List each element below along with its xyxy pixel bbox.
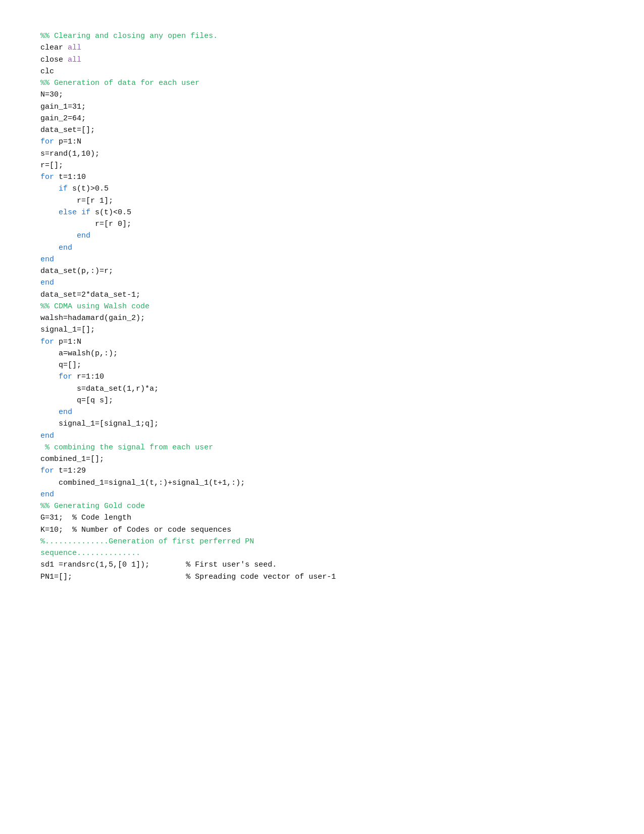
code-line: s=data_set(1,r)*a;: [40, 383, 604, 395]
code-line: q=[];: [40, 359, 604, 371]
code-line: end: [40, 430, 604, 442]
code-line: end: [40, 406, 604, 418]
code-line: clear all: [40, 42, 604, 54]
code-line: end: [40, 242, 604, 254]
code-editor: %% Clearing and closing any open files.c…: [40, 30, 604, 583]
code-line: close all: [40, 54, 604, 66]
code-line: sd1 =randsrc(1,5,[0 1]); % First user's …: [40, 559, 604, 571]
code-line: r=[];: [40, 160, 604, 171]
code-line: G=31; % Code length: [40, 512, 604, 524]
code-line: combined_1=signal_1(t,:)+signal_1(t+1,:)…: [40, 477, 604, 489]
code-line: data_set=2*data_set-1;: [40, 289, 604, 301]
code-line: data_set(p,:)=r;: [40, 265, 604, 277]
code-line: if s(t)>0.5: [40, 183, 604, 195]
code-line: %% Clearing and closing any open files.: [40, 30, 604, 42]
code-line: %% Generating Gold code: [40, 500, 604, 512]
code-line: walsh=hadamard(gain_2);: [40, 312, 604, 324]
code-line: r=[r 0];: [40, 218, 604, 230]
code-line: for r=1:10: [40, 371, 604, 383]
code-line: end: [40, 254, 604, 265]
code-line: else if s(t)<0.5: [40, 207, 604, 218]
code-line: s=rand(1,10);: [40, 148, 604, 160]
code-line: clc: [40, 66, 604, 77]
code-line: q=[q s];: [40, 395, 604, 406]
code-line: for p=1:N: [40, 136, 604, 148]
code-line: sequence..............: [40, 547, 604, 559]
code-line: %% Generation of data for each user: [40, 77, 604, 89]
code-line: %..............Generation of first perfe…: [40, 536, 604, 547]
code-line: %% CDMA using Walsh code: [40, 301, 604, 312]
code-line: for p=1:N: [40, 336, 604, 348]
code-line: r=[r 1];: [40, 195, 604, 207]
code-line: data_set=[];: [40, 124, 604, 136]
code-line: a=walsh(p,:);: [40, 348, 604, 359]
code-line: gain_1=31;: [40, 101, 604, 113]
code-line: % combining the signal from each user: [40, 442, 604, 453]
code-line: gain_2=64;: [40, 113, 604, 124]
code-line: for t=1:29: [40, 465, 604, 477]
code-line: signal_1=[];: [40, 324, 604, 336]
code-line: signal_1=[signal_1;q];: [40, 418, 604, 430]
code-line: K=10; % Number of Codes or code sequence…: [40, 524, 604, 536]
code-line: for t=1:10: [40, 171, 604, 183]
code-line: end: [40, 230, 604, 242]
code-line: end: [40, 277, 604, 289]
code-line: N=30;: [40, 89, 604, 101]
code-line: PN1=[]; % Spreading code vector of user-…: [40, 571, 604, 583]
code-line: combined_1=[];: [40, 453, 604, 465]
code-line: end: [40, 489, 604, 500]
